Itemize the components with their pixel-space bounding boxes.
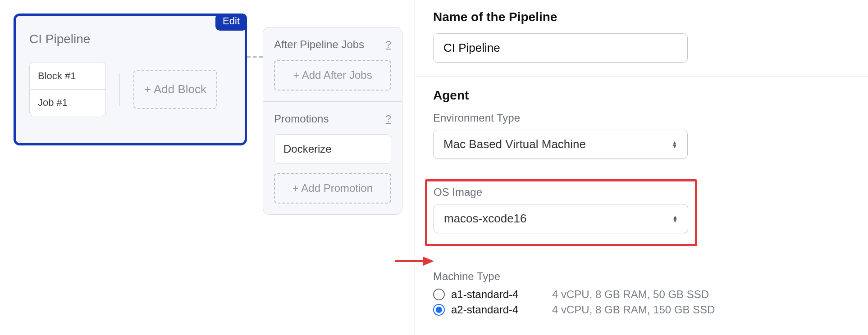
after-jobs-title: After Pipeline Jobs [274, 38, 364, 51]
os-image-select[interactable]: macos-xcode16 [434, 204, 688, 233]
separator [119, 73, 120, 106]
block-name: Block #1 [30, 63, 105, 90]
pipeline-title: CI Pipeline [29, 32, 231, 46]
add-block-button[interactable]: + Add Block [133, 70, 217, 109]
edit-badge[interactable]: Edit [215, 14, 247, 31]
os-image-highlight: OS Image macos-xcode16 [425, 179, 697, 246]
promotions-title: Promotions [274, 113, 329, 125]
machine-name: a2-standard-4 [451, 303, 546, 316]
svg-marker-1 [423, 257, 434, 266]
machine-type-label: Machine Type [433, 270, 851, 283]
add-after-jobs-button[interactable]: + Add After Jobs [274, 60, 391, 91]
os-image-value: macos-xcode16 [444, 212, 527, 226]
job-name: Job #1 [30, 90, 105, 116]
help-icon[interactable]: ? [386, 39, 391, 50]
machine-option[interactable]: a2-standard-4 4 vCPU, 8 GB RAM, 150 GB S… [433, 303, 851, 316]
os-image-label: OS Image [434, 186, 689, 199]
environment-type-value: Mac Based Virtual Machine [443, 137, 586, 151]
environment-type-select[interactable]: Mac Based Virtual Machine [433, 130, 688, 159]
name-section-label: Name of the Pipeline [433, 10, 851, 24]
select-chevrons-icon [672, 215, 678, 222]
agent-section-label: Agent [433, 88, 851, 103]
add-promotion-button[interactable]: + Add Promotion [274, 173, 391, 204]
pipeline-card[interactable]: Edit CI Pipeline Block #1 Job #1 + Add B… [14, 14, 247, 145]
pipeline-name-input[interactable] [433, 33, 688, 63]
machine-option[interactable]: a1-standard-4 4 vCPU, 8 GB RAM, 50 GB SS… [433, 288, 851, 301]
machine-name: a1-standard-4 [451, 288, 546, 301]
radio-checked-icon[interactable] [433, 304, 445, 316]
block-card[interactable]: Block #1 Job #1 [29, 63, 106, 116]
arrow-annotation-icon [395, 254, 434, 268]
promotion-item[interactable]: Dockerize [274, 134, 391, 164]
divider [433, 260, 851, 260]
help-icon[interactable]: ? [386, 113, 391, 125]
machine-spec: 4 vCPU, 8 GB RAM, 150 GB SSD [552, 303, 715, 316]
after-jobs-section: After Pipeline Jobs ? + Add After Jobs [263, 27, 402, 102]
divider [433, 169, 851, 169]
machine-spec: 4 vCPU, 8 GB RAM, 50 GB SSD [552, 288, 709, 301]
radio-unchecked-icon[interactable] [433, 289, 445, 300]
promotions-section: Promotions ? Dockerize + Add Promotion [263, 102, 402, 214]
divider [415, 76, 868, 77]
connector-line [247, 56, 263, 58]
select-chevrons-icon [672, 141, 677, 148]
side-stack: After Pipeline Jobs ? + Add After Jobs P… [263, 27, 402, 215]
environment-type-label: Environment Type [433, 112, 851, 124]
